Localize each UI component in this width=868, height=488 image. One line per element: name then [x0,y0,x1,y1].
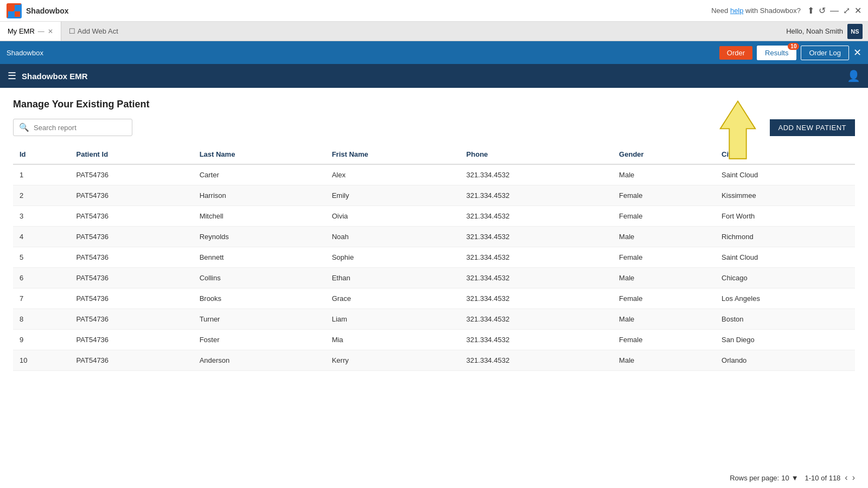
cell-last-name: Reynolds [193,227,326,247]
pagination-text: 1-10 of 118 [805,474,841,482]
add-new-patient-button[interactable]: ADD NEW PATIENT [770,119,855,136]
logo-text: Shadowbox [26,7,69,15]
tab-add-icon: ☐ [69,27,75,35]
cell-gender: Female [612,185,715,206]
tab-bar-right: Hello, Noah Smith NS [786,22,868,41]
svg-rect-2 [8,11,14,17]
cell-patient-id: PAT54736 [70,268,193,288]
cell-id: 5 [13,247,70,268]
table-row[interactable]: 6 PAT54736 Collins Ethan 321.334.4532 Ma… [13,268,855,288]
table-row[interactable]: 5 PAT54736 Bennett Sophie 321.334.4532 F… [13,247,855,268]
search-icon: 🔍 [19,123,29,132]
cell-city: Fort Worth [715,206,855,227]
cell-id: 2 [13,185,70,206]
table-row[interactable]: 8 PAT54736 Turner Liam 321.334.4532 Male… [13,309,855,330]
results-label: Results [765,49,788,57]
rows-per-page-label: Rows per page: [730,474,779,482]
cell-first-name: Noah [326,227,460,247]
tab-add-label: Add Web Act [78,27,118,35]
close-shadowbox-button[interactable]: ✕ [853,47,861,59]
order-button[interactable]: Order [719,46,752,60]
minimize-icon[interactable]: — [830,6,839,16]
cell-id: 4 [13,227,70,247]
table-row[interactable]: 3 PAT54736 Mitchell Oivia 321.334.4532 F… [13,206,855,227]
cell-first-name: Kerry [326,350,460,371]
cell-last-name: Mitchell [193,206,326,227]
tab-add-web-act[interactable]: ☐ Add Web Act [61,22,126,41]
col-last-name: Last Name [193,145,326,164]
top-bar-right: Need help with Shadowbox? ⬆ ↺ — ⤢ ✕ [711,5,861,16]
help-link[interactable]: help [730,7,744,15]
cell-city: Los Angeles [715,288,855,309]
close-icon[interactable]: ✕ [854,5,861,16]
svg-rect-1 [15,5,20,10]
emr-nav-bar: ☰ Shadowbox EMR 👤 [0,64,868,88]
cell-gender: Female [612,330,715,350]
col-phone: Phone [460,145,612,164]
cell-patient-id: PAT54736 [70,330,193,350]
cell-first-name: Liam [326,309,460,330]
emr-nav-right: 👤 [847,69,860,82]
svg-marker-5 [720,101,756,159]
cell-gender: Female [612,288,715,309]
svg-rect-3 [15,11,20,17]
cell-id: 10 [13,350,70,371]
help-text: Need help with Shadowbox? [711,7,801,15]
svg-rect-0 [8,5,14,10]
cell-phone: 321.334.4532 [460,268,612,288]
hamburger-menu-icon[interactable]: ☰ [8,70,16,82]
cell-gender: Male [612,227,715,247]
main-content: Manage Your Existing Patient 🔍 ADD NEW P… [0,88,868,488]
cell-phone: 321.334.4532 [460,227,612,247]
cell-gender: Male [612,350,715,371]
cell-city: Kissimmee [715,185,855,206]
refresh-icon[interactable]: ↺ [819,5,826,16]
sb-header-left: Shadowbox [7,49,43,57]
rows-per-page-dropdown-icon[interactable]: ▼ [792,474,799,482]
cell-phone: 321.334.4532 [460,309,612,330]
table-footer: Rows per page: 10 ▼ 1-10 of 118 ‹ › [730,473,855,483]
table-row[interactable]: 1 PAT54736 Carter Alex 321.334.4532 Male… [13,164,855,185]
share-icon[interactable]: ⬆ [807,5,814,16]
tab-my-emr-x[interactable]: ✕ [48,28,53,35]
cell-id: 1 [13,164,70,185]
table-row[interactable]: 7 PAT54736 Brooks Grace 321.334.4532 Fem… [13,288,855,309]
patient-table: Id Patient Id Last Name Frist Name Phone… [13,145,855,371]
table-row[interactable]: 9 PAT54736 Foster Mia 321.334.4532 Femal… [13,330,855,350]
cell-last-name: Turner [193,309,326,330]
top-bar: Shadowbox Need help with Shadowbox? ⬆ ↺ … [0,0,868,22]
top-bar-icons: ⬆ ↺ — ⤢ ✕ [807,5,861,16]
table-row[interactable]: 2 PAT54736 Harrison Emily 321.334.4532 F… [13,185,855,206]
cell-city: Chicago [715,268,855,288]
next-page-button[interactable]: › [852,473,855,483]
pagination: 1-10 of 118 ‹ › [805,473,855,483]
prev-page-button[interactable]: ‹ [845,473,847,483]
cell-patient-id: PAT54736 [70,350,193,371]
cell-phone: 321.334.4532 [460,185,612,206]
cell-gender: Male [612,268,715,288]
user-profile-icon[interactable]: 👤 [847,70,860,82]
cell-id: 3 [13,206,70,227]
cell-patient-id: PAT54736 [70,247,193,268]
tab-bar: My EMR — ✕ ☐ Add Web Act Hello, Noah Smi… [0,22,868,41]
cell-last-name: Bennett [193,247,326,268]
tab-my-emr-close[interactable]: — [38,28,44,35]
cell-patient-id: PAT54736 [70,288,193,309]
results-badge: 10 [788,43,799,50]
order-log-button[interactable]: Order Log [801,46,849,60]
table-row[interactable]: 10 PAT54736 Anderson Kerry 321.334.4532 … [13,350,855,371]
results-button[interactable]: Results 10 [757,46,796,60]
cell-last-name: Collins [193,268,326,288]
tab-my-emr[interactable]: My EMR — ✕ [0,22,61,41]
search-box[interactable]: 🔍 [13,119,132,136]
cell-phone: 321.334.4532 [460,330,612,350]
cell-phone: 321.334.4532 [460,350,612,371]
shadowbox-header: Shadowbox Order Results 10 Order Log ✕ [0,41,868,64]
cell-city: Saint Cloud [715,247,855,268]
resize-icon[interactable]: ⤢ [843,5,850,16]
cell-last-name: Anderson [193,350,326,371]
search-input[interactable] [34,124,126,132]
table-row[interactable]: 4 PAT54736 Reynolds Noah 321.334.4532 Ma… [13,227,855,247]
cell-patient-id: PAT54736 [70,309,193,330]
col-first-name: Frist Name [326,145,460,164]
